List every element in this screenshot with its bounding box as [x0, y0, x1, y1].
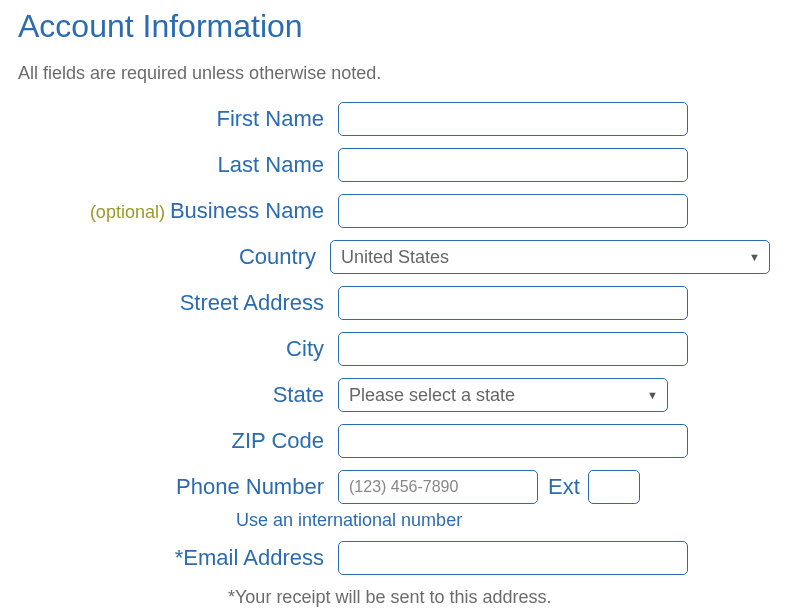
row-street-address: Street Address — [18, 286, 770, 320]
business-name-field[interactable] — [338, 194, 688, 228]
row-intl-helper: Use an international number — [18, 510, 770, 531]
row-state: State Please select a state ▼ — [18, 378, 770, 412]
row-zip: ZIP Code — [18, 424, 770, 458]
street-address-field[interactable] — [338, 286, 688, 320]
ext-field[interactable] — [588, 470, 640, 504]
row-email: *Email Address — [18, 541, 770, 575]
row-footnote: *Your receipt will be sent to this addre… — [18, 587, 770, 608]
label-email: *Email Address — [18, 545, 338, 571]
city-field[interactable] — [338, 332, 688, 366]
label-business-name-text: Business Name — [170, 198, 324, 223]
last-name-field[interactable] — [338, 148, 688, 182]
label-street-address: Street Address — [18, 290, 338, 316]
label-zip: ZIP Code — [18, 428, 338, 454]
zip-field[interactable] — [338, 424, 688, 458]
row-city: City — [18, 332, 770, 366]
intl-number-link[interactable]: Use an international number — [236, 510, 462, 531]
optional-badge: (optional) — [90, 202, 170, 222]
email-footnote: *Your receipt will be sent to this addre… — [228, 587, 552, 608]
label-country: Country — [18, 244, 330, 270]
row-phone: Phone Number Ext — [18, 470, 770, 504]
state-select[interactable]: Please select a state — [338, 378, 668, 412]
row-last-name: Last Name — [18, 148, 770, 182]
label-business-name: (optional) Business Name — [18, 198, 338, 224]
email-field[interactable] — [338, 541, 688, 575]
label-state: State — [18, 382, 338, 408]
required-note: All fields are required unless otherwise… — [18, 63, 770, 84]
page-heading: Account Information — [18, 8, 770, 45]
label-last-name: Last Name — [18, 152, 338, 178]
label-phone: Phone Number — [18, 474, 338, 500]
country-select[interactable]: United States — [330, 240, 770, 274]
row-country: Country United States ▼ — [18, 240, 770, 274]
phone-field[interactable] — [338, 470, 538, 504]
label-first-name: First Name — [18, 106, 338, 132]
label-city: City — [18, 336, 338, 362]
row-business-name: (optional) Business Name — [18, 194, 770, 228]
first-name-field[interactable] — [338, 102, 688, 136]
row-first-name: First Name — [18, 102, 770, 136]
label-ext: Ext — [548, 474, 580, 500]
